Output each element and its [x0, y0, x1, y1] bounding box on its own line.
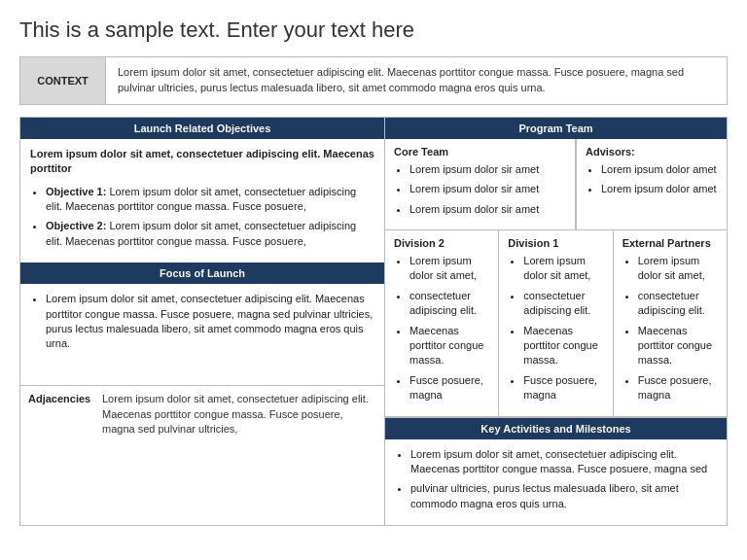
- objective2-label: Objective 2:: [46, 220, 106, 231]
- focus-item: Lorem ipsum dolor sit amet, consectetuer…: [46, 292, 374, 352]
- context-row: CONTEXT Lorem ipsum dolor sit amet, cons…: [19, 56, 728, 105]
- divisions-row: Division 2 Lorem ipsum dolor sit amet, c…: [385, 229, 727, 417]
- core-team-list: Lorem ipsum dolor sir amet Lorem ipsum d…: [394, 162, 566, 217]
- list-item: Lorem ipsum dolor sit amet, consectetuer…: [410, 447, 717, 477]
- list-item: Lorem ipsum dolor sit amet,: [638, 254, 718, 284]
- right-column: Program Team Core Team Lorem ipsum dolor…: [385, 118, 727, 525]
- program-team-header: Program Team: [385, 118, 727, 139]
- advisors-title: Advisors:: [586, 146, 718, 158]
- key-activities-header: Key Activities and Milestones: [385, 418, 727, 439]
- adjacencies-text: Lorem ipsum dolor sit amet, consectetuer…: [94, 386, 384, 442]
- ext-partners-col: External Partners Lorem ipsum dolor sit …: [614, 230, 727, 416]
- core-team-title: Core Team: [394, 146, 566, 158]
- objective1: Objective 1: Lorem ipsum dolor sit amet,…: [46, 185, 374, 215]
- division2-col: Division 2 Lorem ipsum dolor sit amet, c…: [385, 230, 499, 416]
- objective1-label: Objective 1:: [46, 186, 106, 197]
- list-item: Maecenas porttitor congue massa.: [523, 324, 603, 368]
- advisors-col: Advisors: Lorem ipsum dolor amet Lorem i…: [576, 139, 727, 229]
- adjacencies-row: Adjacencies Lorem ipsum dolor sit amet, …: [20, 385, 384, 442]
- list-item: consectetuer adipiscing elit.: [638, 289, 718, 319]
- list-item: Lorem ipsum dolor sir amet: [409, 162, 566, 177]
- division2-title: Division 2: [394, 237, 489, 249]
- ext-partners-list: Lorem ipsum dolor sit amet, consectetuer…: [622, 254, 718, 403]
- adjacencies-label: Adjacencies: [20, 386, 94, 442]
- division2-list: Lorem ipsum dolor sit amet, consectetuer…: [394, 254, 489, 403]
- list-item: Lorem ipsum dolor sit amet,: [409, 254, 489, 284]
- list-item: pulvinar ultricies, purus lectus malesua…: [410, 481, 717, 511]
- objectives-title: Lorem ipsum dolor sit amet, consectetuer…: [30, 147, 374, 177]
- focus-list: Lorem ipsum dolor sit amet, consectetuer…: [30, 292, 374, 352]
- context-text: Lorem ipsum dolor sit amet, consectetuer…: [106, 57, 727, 104]
- core-team-row: Core Team Lorem ipsum dolor sir amet Lor…: [385, 139, 727, 229]
- advisors-list: Lorem ipsum dolor amet Lorem ipsum dolor…: [586, 162, 718, 197]
- list-item: Fusce posuere, magna: [638, 373, 718, 403]
- key-activities-list: Lorem ipsum dolor sit amet, consectetuer…: [395, 447, 717, 512]
- page-title: This is a sample text. Enter your text h…: [19, 18, 728, 43]
- focus-header: Focus of Launch: [20, 262, 384, 284]
- division1-list: Lorem ipsum dolor sit amet, consectetuer…: [508, 254, 603, 403]
- list-item: Maecenas porttitor congue massa.: [638, 324, 718, 368]
- objectives-list: Objective 1: Lorem ipsum dolor sit amet,…: [30, 185, 374, 250]
- list-item: Maecenas porttitor congue massa.: [409, 324, 489, 368]
- ext-partners-title: External Partners: [622, 237, 718, 249]
- core-team-col: Core Team Lorem ipsum dolor sir amet Lor…: [385, 139, 576, 229]
- list-item: Fusce posuere, magna: [409, 373, 489, 403]
- list-item: Lorem ipsum dolor sir amet: [409, 202, 566, 217]
- focus-body: Lorem ipsum dolor sit amet, consectetuer…: [20, 284, 384, 381]
- list-item: Lorem ipsum dolor amet: [601, 182, 718, 196]
- left-column: Launch Related Objectives Lorem ipsum do…: [20, 118, 385, 525]
- objectives-body: Lorem ipsum dolor sit amet, consectetuer…: [20, 139, 384, 262]
- list-item: consectetuer adipiscing elit.: [409, 289, 489, 319]
- objective2: Objective 2: Lorem ipsum dolor sit amet,…: [46, 219, 374, 249]
- key-activities-section: Key Activities and Milestones Lorem ipsu…: [385, 417, 727, 526]
- context-label: CONTEXT: [20, 57, 106, 104]
- division1-col: Division 1 Lorem ipsum dolor sit amet, c…: [499, 230, 613, 416]
- key-activities-body: Lorem ipsum dolor sit amet, consectetuer…: [385, 439, 727, 526]
- division1-title: Division 1: [508, 237, 603, 249]
- list-item: consectetuer adipiscing elit.: [523, 289, 603, 319]
- list-item: Lorem ipsum dolor sir amet: [409, 182, 566, 196]
- list-item: Lorem ipsum dolor amet: [601, 162, 718, 177]
- launch-header: Launch Related Objectives: [20, 118, 384, 139]
- list-item: Fusce posuere, magna: [523, 373, 603, 403]
- list-item: Lorem ipsum dolor sit amet,: [523, 254, 603, 284]
- main-grid: Launch Related Objectives Lorem ipsum do…: [19, 117, 728, 526]
